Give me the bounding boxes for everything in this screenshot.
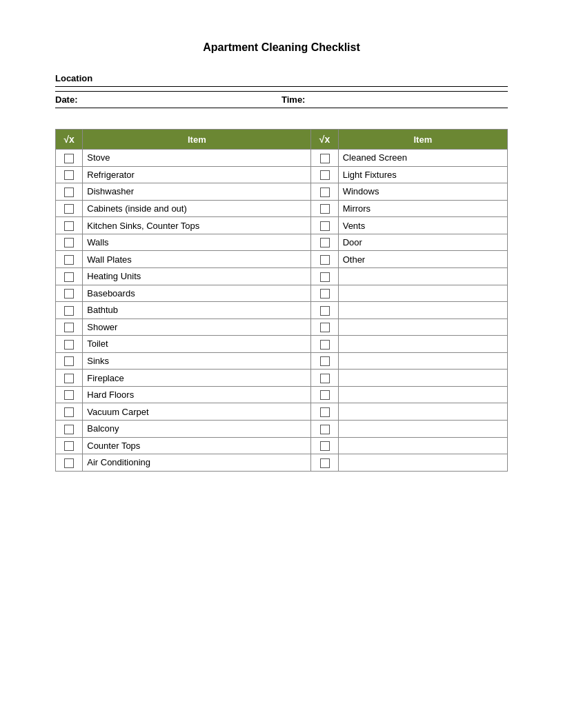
table-row: Kitchen Sinks, Counter TopsVents (56, 217, 508, 234)
checkbox-right-17[interactable] (311, 437, 338, 454)
checkbox-right-3[interactable] (311, 200, 338, 217)
item-right-15 (338, 403, 507, 421)
checkbox-right-6[interactable] (311, 251, 338, 268)
item-left-16: Balcony (83, 421, 311, 438)
item-right-0: Cleaned Screen (338, 150, 507, 167)
table-row: Shower (56, 318, 508, 336)
table-row: RefrigeratorLight Fixtures (56, 166, 508, 183)
checkbox-right-7[interactable] (311, 267, 338, 285)
item-left-7: Heating Units (83, 267, 311, 285)
item-right-7 (338, 267, 507, 285)
header-check-left: √x (56, 130, 83, 150)
table-row: Cabinets (inside and out)Mirrors (56, 200, 508, 217)
checkbox-left-17[interactable] (56, 437, 83, 454)
table-row: Fireplace (56, 370, 508, 387)
table-row: StoveCleaned Screen (56, 150, 508, 167)
item-right-18 (338, 454, 507, 472)
checkbox-left-3[interactable] (56, 200, 83, 217)
header-check-right: √x (311, 130, 338, 150)
table-row: WallsDoor (56, 234, 508, 251)
checkbox-right-10[interactable] (311, 318, 338, 336)
item-left-2: Dishwasher (83, 183, 311, 201)
checkbox-left-6[interactable] (56, 251, 83, 268)
checkbox-left-1[interactable] (56, 166, 83, 183)
header-item-left: Item (83, 130, 311, 150)
item-right-2: Windows (338, 183, 507, 201)
table-row: Bathtub (56, 302, 508, 319)
checkbox-left-5[interactable] (56, 234, 83, 251)
item-left-6: Wall Plates (83, 251, 311, 268)
table-row: Vacuum Carpet (56, 403, 508, 421)
checkbox-left-0[interactable] (56, 150, 83, 167)
item-left-12: Sinks (83, 352, 311, 370)
checkbox-left-7[interactable] (56, 267, 83, 285)
checklist-table: √x Item √x Item StoveCleaned ScreenRefri… (55, 129, 508, 472)
checkbox-left-11[interactable] (56, 336, 83, 353)
checkbox-right-2[interactable] (311, 183, 338, 201)
checkbox-right-18[interactable] (311, 454, 338, 472)
time-field: Time: (282, 94, 508, 105)
checkbox-right-0[interactable] (311, 150, 338, 167)
item-right-17 (338, 437, 507, 454)
checkbox-left-2[interactable] (56, 183, 83, 201)
checkbox-left-14[interactable] (56, 386, 83, 403)
checkbox-right-8[interactable] (311, 285, 338, 302)
item-right-8 (338, 285, 507, 302)
item-right-1: Light Fixtures (338, 166, 507, 183)
checkbox-right-13[interactable] (311, 370, 338, 387)
item-right-11 (338, 336, 507, 353)
table-row: DishwasherWindows (56, 183, 508, 201)
item-right-3: Mirrors (338, 200, 507, 217)
header-item-right: Item (338, 130, 507, 150)
item-right-12 (338, 352, 507, 370)
checkbox-left-8[interactable] (56, 285, 83, 302)
item-left-13: Fireplace (83, 370, 311, 387)
item-right-6: Other (338, 251, 507, 268)
checkbox-right-1[interactable] (311, 166, 338, 183)
checkbox-right-5[interactable] (311, 234, 338, 251)
page-title: Apartment Cleaning Checklist (55, 41, 508, 54)
date-field: Date: (55, 94, 282, 105)
item-left-17: Counter Tops (83, 437, 311, 454)
item-left-11: Toilet (83, 336, 311, 353)
item-left-10: Shower (83, 318, 311, 336)
item-left-9: Bathtub (83, 302, 311, 319)
item-right-9 (338, 302, 507, 319)
checkbox-left-12[interactable] (56, 352, 83, 370)
checkbox-left-18[interactable] (56, 454, 83, 472)
checkbox-right-4[interactable] (311, 217, 338, 234)
table-row: Toilet (56, 336, 508, 353)
checkbox-right-15[interactable] (311, 403, 338, 421)
checkbox-right-11[interactable] (311, 336, 338, 353)
location-label: Location (55, 73, 508, 83)
table-row: Balcony (56, 421, 508, 438)
item-left-15: Vacuum Carpet (83, 403, 311, 421)
checkbox-right-16[interactable] (311, 421, 338, 438)
checkbox-left-4[interactable] (56, 217, 83, 234)
item-right-16 (338, 421, 507, 438)
table-row: Baseboards (56, 285, 508, 302)
table-row: Counter Tops (56, 437, 508, 454)
item-right-13 (338, 370, 507, 387)
item-left-5: Walls (83, 234, 311, 251)
table-row: Hard Floors (56, 386, 508, 403)
item-right-5: Door (338, 234, 507, 251)
item-left-8: Baseboards (83, 285, 311, 302)
table-row: Wall PlatesOther (56, 251, 508, 268)
checkbox-left-10[interactable] (56, 318, 83, 336)
checkbox-left-13[interactable] (56, 370, 83, 387)
checkbox-right-14[interactable] (311, 386, 338, 403)
table-row: Sinks (56, 352, 508, 370)
checkbox-left-9[interactable] (56, 302, 83, 319)
item-left-3: Cabinets (inside and out) (83, 200, 311, 217)
item-right-4: Vents (338, 217, 507, 234)
item-left-4: Kitchen Sinks, Counter Tops (83, 217, 311, 234)
checkbox-left-15[interactable] (56, 403, 83, 421)
checkbox-left-16[interactable] (56, 421, 83, 438)
checkbox-right-12[interactable] (311, 352, 338, 370)
table-row: Air Conditioning (56, 454, 508, 472)
item-left-18: Air Conditioning (83, 454, 311, 472)
checkbox-right-9[interactable] (311, 302, 338, 319)
table-row: Heating Units (56, 267, 508, 285)
item-left-0: Stove (83, 150, 311, 167)
